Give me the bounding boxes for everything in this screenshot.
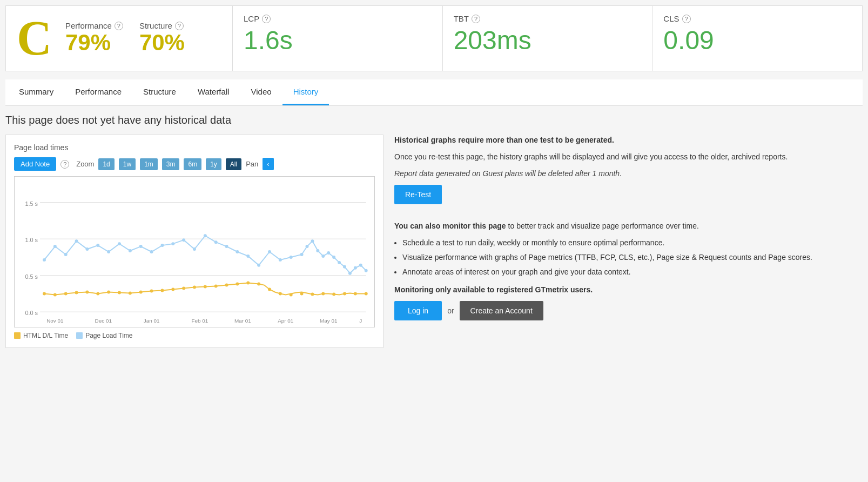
svg-point-27: [160, 244, 164, 247]
svg-text:Apr 01: Apr 01: [278, 318, 294, 324]
svg-point-71: [235, 283, 239, 286]
chart-help-icon[interactable]: ?: [60, 160, 69, 169]
svg-point-22: [107, 250, 110, 253]
login-button[interactable]: Log in: [394, 301, 442, 320]
svg-point-63: [150, 290, 153, 293]
monitoring-note-strong: Monitoring only available to registered …: [394, 285, 593, 294]
chart-panel: Page load times Add Note ? Zoom 1d 1w 1m…: [5, 135, 383, 348]
svg-point-70: [225, 284, 228, 287]
structure-help-icon[interactable]: ?: [175, 22, 184, 30]
svg-text:0.5 s: 0.5 s: [25, 273, 38, 280]
zoom-1m[interactable]: 1m: [140, 158, 158, 170]
zoom-3m[interactable]: 3m: [162, 158, 180, 170]
svg-point-21: [96, 244, 99, 247]
action-row: Log in or Create an Account: [394, 301, 863, 320]
svg-point-56: [75, 291, 78, 294]
performance-metric: Performance ? 79%: [65, 21, 123, 55]
chart-panel-title: Page load times: [14, 143, 375, 152]
grade-letter: C: [17, 14, 52, 63]
zoom-1w[interactable]: 1w: [119, 158, 136, 170]
performance-value: 79%: [65, 30, 123, 55]
legend-page-label: Page Load Time: [85, 332, 132, 339]
svg-point-23: [118, 242, 121, 245]
zoom-6m[interactable]: 6m: [184, 158, 201, 170]
svg-point-62: [139, 290, 143, 293]
or-text: or: [447, 306, 454, 315]
chart-svg: 0.0 s 0.5 s 1.0 s 1.5 s Nov 01 Dec 01 Ja…: [15, 177, 374, 327]
info-italic: Report data generated on Guest plans wil…: [394, 168, 863, 179]
tbt-value: 203ms: [454, 28, 642, 53]
svg-point-49: [348, 272, 352, 275]
svg-point-66: [182, 287, 185, 290]
retest-button[interactable]: Re-Test: [394, 185, 442, 204]
svg-point-43: [316, 249, 319, 252]
svg-text:Jan 01: Jan 01: [144, 318, 160, 324]
svg-point-39: [290, 256, 293, 259]
svg-point-57: [85, 290, 89, 293]
tab-structure[interactable]: Structure: [132, 79, 187, 105]
svg-point-83: [365, 292, 368, 295]
svg-point-72: [246, 282, 250, 285]
lcp-box: LCP ? 1.6s: [233, 6, 443, 71]
svg-point-37: [268, 250, 271, 253]
tab-performance[interactable]: Performance: [64, 79, 132, 105]
svg-point-51: [359, 264, 362, 267]
monitor-text: to better track and visualize page perfo…: [508, 222, 699, 230]
structure-metric: Structure ? 70%: [139, 21, 185, 55]
svg-point-54: [53, 293, 57, 296]
svg-point-47: [338, 261, 341, 264]
svg-point-35: [246, 255, 250, 258]
zoom-label: Zoom: [76, 160, 94, 168]
svg-point-38: [279, 258, 282, 262]
lcp-help-icon[interactable]: ?: [262, 15, 271, 23]
legend-page-load: Page Load Time: [76, 332, 132, 339]
cls-help-icon[interactable]: ?: [682, 15, 691, 23]
svg-point-50: [354, 266, 357, 270]
chart-legend: HTML D/L Time Page Load Time: [14, 332, 375, 339]
info-text1: Once you re-test this page, the history …: [394, 151, 863, 163]
add-note-button[interactable]: Add Note: [14, 157, 56, 171]
zoom-all[interactable]: All: [226, 158, 241, 170]
svg-text:Mar 01: Mar 01: [234, 318, 251, 324]
info-italic-text: Report data generated on Guest plans wil…: [394, 169, 622, 178]
svg-point-61: [129, 291, 132, 294]
svg-text:Feb 01: Feb 01: [192, 318, 208, 324]
svg-point-33: [225, 245, 228, 248]
create-account-button[interactable]: Create an Account: [460, 301, 543, 320]
svg-point-58: [96, 292, 99, 295]
svg-point-16: [43, 258, 46, 262]
svg-point-74: [268, 288, 271, 291]
monitor-bullet-list: Schedule a test to run daily, weekly or …: [402, 237, 863, 278]
svg-text:1.0 s: 1.0 s: [25, 237, 38, 243]
svg-point-42: [311, 239, 314, 243]
svg-point-82: [354, 292, 357, 295]
zoom-1y[interactable]: 1y: [206, 158, 221, 170]
zoom-1d[interactable]: 1d: [98, 158, 114, 170]
svg-point-31: [204, 234, 207, 237]
svg-point-34: [235, 250, 239, 253]
tbt-help-icon[interactable]: ?: [472, 15, 480, 23]
tab-history[interactable]: History: [282, 79, 329, 105]
svg-text:May 01: May 01: [320, 318, 338, 324]
svg-point-64: [160, 289, 164, 292]
tab-video[interactable]: Video: [240, 79, 282, 105]
svg-point-77: [300, 292, 304, 295]
info-panel: Historical graphs require more than one …: [394, 135, 863, 320]
svg-text:1.5 s: 1.5 s: [25, 200, 38, 207]
svg-point-55: [64, 292, 68, 295]
svg-text:0.0 s: 0.0 s: [25, 310, 38, 316]
tab-summary[interactable]: Summary: [8, 79, 64, 105]
svg-point-45: [327, 251, 330, 255]
svg-point-79: [321, 292, 325, 295]
svg-point-28: [171, 242, 174, 245]
pan-left-button[interactable]: ‹: [263, 158, 273, 170]
structure-value: 70%: [139, 30, 185, 55]
svg-point-73: [257, 283, 260, 286]
svg-point-65: [171, 288, 174, 291]
svg-point-81: [343, 292, 346, 295]
performance-help-icon[interactable]: ?: [115, 22, 123, 30]
svg-point-80: [332, 292, 335, 296]
legend-page-dot: [76, 332, 83, 339]
tab-waterfall[interactable]: Waterfall: [187, 79, 240, 105]
info-heading-strong: Historical graphs require more than one …: [394, 136, 614, 144]
